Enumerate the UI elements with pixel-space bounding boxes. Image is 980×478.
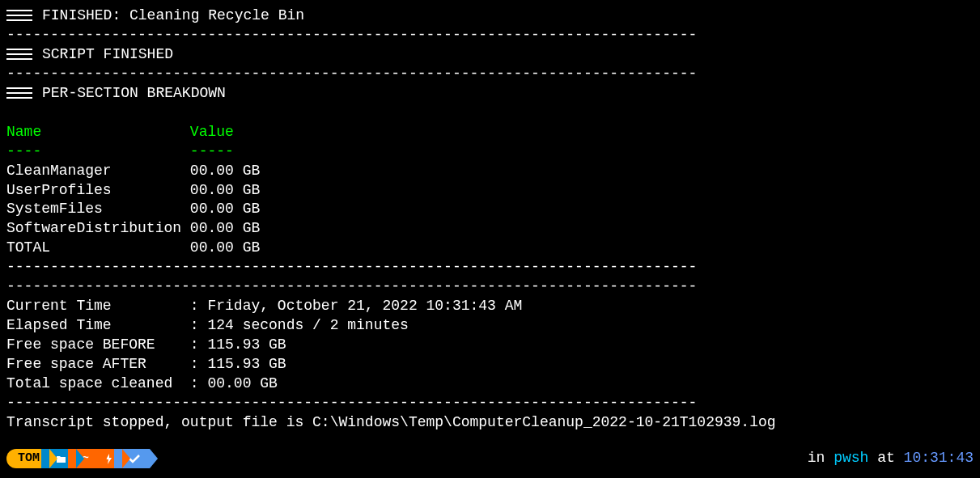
prompt-right-status: in pwsh at 10:31:43 bbox=[808, 449, 974, 468]
prompt-check-segment bbox=[114, 449, 150, 468]
check-icon bbox=[129, 455, 140, 463]
prompt-bar: TOM ~ in pwsh at 10:31:43 bbox=[6, 449, 974, 468]
output-line: PER-SECTION BREAKDOWN bbox=[6, 84, 974, 104]
table-row: SystemFiles 00.00 GB bbox=[6, 200, 974, 219]
divider-line: ----------------------------------------… bbox=[6, 65, 974, 84]
transcript-line: Transcript stopped, output file is C:\Wi… bbox=[6, 413, 974, 433]
stat-line: Free space AFTER : 115.93 GB bbox=[6, 355, 974, 374]
table-row: UserProfiles 00.00 GB bbox=[6, 181, 974, 201]
stat-line: Total space cleaned : 00.00 GB bbox=[6, 374, 974, 394]
shell-name: pwsh bbox=[834, 450, 868, 466]
divider-line: ----------------------------------------… bbox=[6, 394, 974, 413]
column-header-name: Name bbox=[6, 124, 190, 140]
column-header-value: Value bbox=[190, 124, 234, 140]
script-finished-text: SCRIPT FINISHED bbox=[42, 46, 173, 62]
stat-line: Current Time : Friday, October 21, 2022 … bbox=[6, 297, 974, 316]
clock-time: 10:31:43 bbox=[904, 450, 974, 466]
divider-line: ----------------------------------------… bbox=[6, 258, 974, 277]
prompt-segments[interactable]: TOM ~ bbox=[6, 449, 150, 468]
table-row: TOTAL 00.00 GB bbox=[6, 239, 974, 258]
output-line: FINISHED: Cleaning Recycle Bin bbox=[6, 6, 974, 26]
table-header: Name Value bbox=[6, 123, 974, 142]
prompt-user-text: TOM bbox=[18, 451, 40, 467]
table-row: SoftwareDistribution 00.00 GB bbox=[6, 219, 974, 239]
stat-line: Free space BEFORE : 115.93 GB bbox=[6, 336, 974, 355]
finished-task-text: FINISHED: Cleaning Recycle Bin bbox=[42, 7, 304, 23]
divider-line: ----------------------------------------… bbox=[6, 277, 974, 297]
stat-line: Elapsed Time : 124 seconds / 2 minutes bbox=[6, 316, 974, 336]
output-line: SCRIPT FINISHED bbox=[6, 45, 974, 65]
divider-line: ----------------------------------------… bbox=[6, 26, 974, 45]
table-header-underline: ---- ----- bbox=[6, 142, 974, 162]
table-row: CleanManager 00.00 GB bbox=[6, 162, 974, 181]
breakdown-header-text: PER-SECTION BREAKDOWN bbox=[42, 85, 226, 101]
